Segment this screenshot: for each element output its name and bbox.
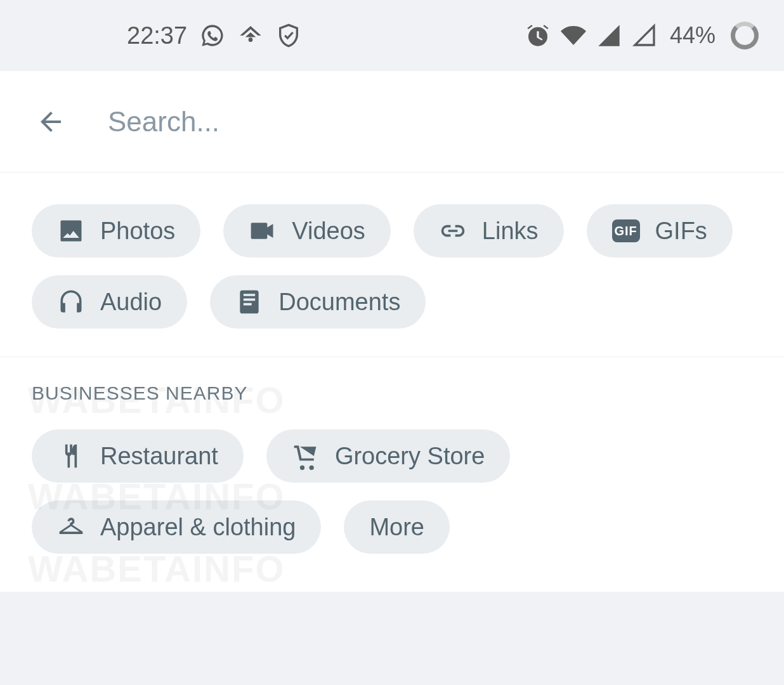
- shield-check-icon: [276, 23, 301, 48]
- filter-chip-documents[interactable]: Documents: [210, 275, 426, 329]
- business-chip-restaurant[interactable]: Restaurant: [32, 429, 244, 483]
- video-icon: [249, 217, 277, 245]
- back-button[interactable]: [32, 103, 70, 141]
- wifi-icon: [561, 23, 586, 48]
- search-header: [0, 71, 784, 173]
- chip-label: Audio: [100, 289, 162, 316]
- signal-full-icon: [596, 23, 622, 48]
- business-chip-apparel[interactable]: Apparel & clothing: [32, 500, 321, 554]
- chip-label: Photos: [100, 218, 175, 245]
- headphones-icon: [57, 288, 85, 316]
- chip-label: Documents: [278, 289, 400, 316]
- signal-empty-icon: [632, 23, 657, 48]
- filter-chip-audio[interactable]: Audio: [32, 275, 187, 329]
- search-input[interactable]: [108, 106, 752, 138]
- filter-chip-photos[interactable]: Photos: [32, 204, 200, 258]
- arrow-left-icon: [36, 107, 66, 137]
- chip-label: Links: [482, 218, 539, 245]
- restaurant-icon: [57, 442, 85, 470]
- businesses-section: WABETAINFO WABETAINFO WABETAINFO BUSINES…: [0, 357, 784, 592]
- chip-label: GIFs: [655, 218, 707, 245]
- gif-icon: GIF: [612, 217, 640, 245]
- filter-chip-gifs[interactable]: GIF GIFs: [587, 204, 733, 258]
- alarm-icon: [525, 23, 551, 48]
- filter-chip-links[interactable]: Links: [414, 204, 564, 258]
- filter-chip-videos[interactable]: Videos: [223, 204, 391, 258]
- wifi-tethering-icon: [238, 23, 263, 48]
- watermark: WABETAINFO: [28, 547, 285, 590]
- loading-ring-icon: [731, 22, 759, 49]
- battery-percent: 44%: [670, 22, 715, 49]
- chip-label: Apparel & clothing: [100, 514, 296, 541]
- whatsapp-icon: [200, 23, 225, 48]
- image-icon: [57, 217, 85, 245]
- chip-label: More: [369, 514, 424, 541]
- hanger-icon: [57, 513, 85, 541]
- chip-label: Videos: [292, 218, 365, 245]
- business-chip-more[interactable]: More: [344, 500, 450, 554]
- status-time: 22:37: [127, 22, 187, 49]
- chip-label: Grocery Store: [335, 443, 485, 470]
- cart-icon: [292, 442, 320, 470]
- business-chip-grocery[interactable]: Grocery Store: [266, 429, 511, 483]
- document-icon: [235, 288, 263, 316]
- filter-section: Photos Videos Links GIF GIFs: [0, 173, 784, 357]
- link-icon: [439, 217, 467, 245]
- chip-label: Restaurant: [100, 443, 218, 470]
- businesses-header: BUSINESSES NEARBY: [32, 382, 752, 404]
- status-bar: 22:37 44%: [0, 0, 784, 71]
